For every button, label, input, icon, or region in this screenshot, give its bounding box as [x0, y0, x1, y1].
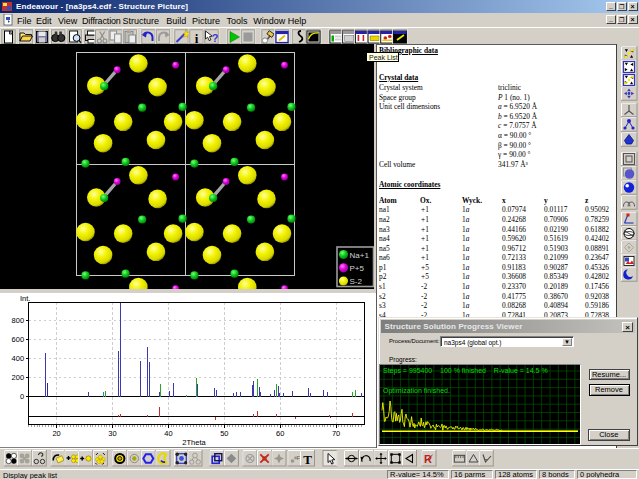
- svg-text:60: 60: [276, 429, 284, 438]
- svg-text:Optimization finished.: Optimization finished.: [383, 387, 450, 395]
- svg-text:30: 30: [108, 429, 116, 438]
- svg-text:70: 70: [332, 429, 340, 438]
- svg-text:800: 800: [12, 316, 25, 325]
- svg-text:?: ?: [212, 31, 219, 43]
- svg-text:S-2: S-2: [350, 277, 363, 286]
- svg-text:0: 0: [20, 392, 24, 401]
- svg-text:20: 20: [52, 429, 60, 438]
- svg-text:Steps = 995400 100 % finish: Steps = 995400 100 % finished R-value = …: [383, 367, 548, 375]
- svg-text:200: 200: [12, 373, 25, 382]
- svg-text:Na+1: Na+1: [350, 251, 370, 260]
- svg-text:P+5: P+5: [350, 264, 365, 273]
- svg-text:2Theta: 2Theta: [182, 438, 206, 447]
- svg-text:50: 50: [220, 429, 228, 438]
- svg-text:i: i: [195, 30, 199, 45]
- svg-text:600: 600: [12, 335, 25, 344]
- svg-text:T: T: [303, 452, 312, 467]
- svg-text:40: 40: [164, 429, 172, 438]
- svg-text:Int.: Int.: [20, 294, 30, 303]
- svg-text:400: 400: [12, 354, 25, 363]
